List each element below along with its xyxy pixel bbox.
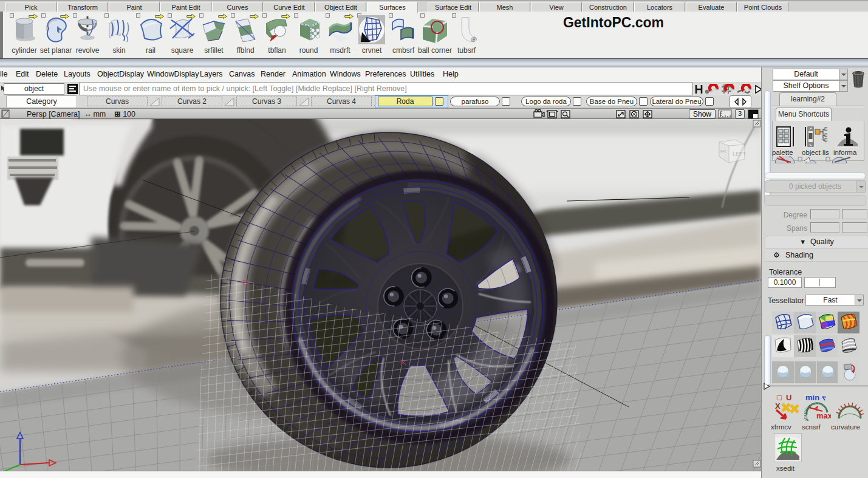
svg-text:max: max [816,411,831,420]
svg-text:min: min [805,393,819,402]
svg-text:U: U [786,393,791,402]
svg-text:□: □ [777,393,782,402]
svg-text:LEFT: LEFT [733,151,747,157]
svg-text:X: X [775,401,781,411]
svg-text:FR: FR [720,149,726,154]
